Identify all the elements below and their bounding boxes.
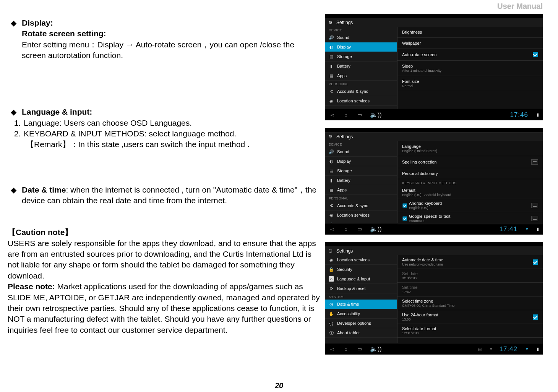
settings-sliders-icon bbox=[328, 20, 333, 25]
screenshot-language-input: Settings DEVICE 🔊Sound ◐Display ▤Storage… bbox=[325, 128, 543, 235]
autorotate-row[interactable]: Auto-rotate screen bbox=[397, 49, 543, 61]
screenshot-display-settings: Settings DEVICE 🔊Sound ◐Display ▤Storage… bbox=[325, 14, 543, 120]
sidebar-item-location[interactable]: ◉Location services bbox=[325, 211, 397, 220]
battery-icon: ▮ bbox=[329, 178, 334, 183]
recent-button[interactable]: ▭ bbox=[356, 112, 363, 118]
sidebar-item-accounts[interactable]: ⟲Accounts & sync bbox=[325, 201, 397, 211]
sidebar-item-sound[interactable]: 🔊Sound bbox=[325, 33, 397, 42]
lang-li2: KEYBOARD & INPUT METHODS: select languag… bbox=[23, 128, 321, 139]
volume-icon[interactable]: 🔈)) bbox=[370, 225, 382, 233]
back-button[interactable]: ◅ bbox=[329, 226, 336, 232]
svg-point-3 bbox=[329, 135, 330, 136]
svg-point-0 bbox=[329, 21, 330, 22]
sidebar-item-backup[interactable]: ⟳Backup & reset bbox=[325, 284, 397, 293]
section-header: DEVICE bbox=[325, 27, 397, 33]
section-header: PERSONAL bbox=[325, 195, 397, 201]
svg-point-4 bbox=[331, 136, 332, 137]
section-header: SYSTEM bbox=[325, 293, 397, 300]
back-button[interactable]: ◅ bbox=[329, 346, 336, 352]
home-button[interactable]: ⌂ bbox=[342, 226, 349, 232]
language-row[interactable]: LanguageEnglish (United States) bbox=[397, 141, 543, 156]
display-icon: ◐ bbox=[329, 159, 334, 164]
sidebar-item-display[interactable]: ◐Display bbox=[325, 157, 397, 166]
sidebar-item-battery[interactable]: ▮Battery bbox=[325, 176, 397, 185]
fontsize-row[interactable]: Font sizeNormal bbox=[397, 76, 543, 91]
lock-icon: 🔒 bbox=[329, 267, 334, 272]
section-header: PERSONAL bbox=[325, 81, 397, 87]
caution-p2: Please note: Market applications used fo… bbox=[8, 281, 321, 335]
sidebar-item-location[interactable]: ◉Location services bbox=[325, 96, 397, 106]
sidebar-item-language[interactable]: ALanguage & input bbox=[325, 274, 397, 284]
sidebar-item-security[interactable]: 🔒Security bbox=[325, 265, 397, 274]
apps-icon: ▦ bbox=[329, 187, 334, 193]
svg-point-5 bbox=[330, 138, 331, 138]
volume-icon[interactable]: 🔈)) bbox=[370, 111, 382, 118]
date-heading: Date & time bbox=[22, 185, 66, 194]
auto-datetime-row[interactable]: Automatic date & timeUse network-provide… bbox=[397, 255, 543, 269]
android-kb-row[interactable]: Android keyboardEnglish (US) bbox=[397, 199, 543, 212]
sidebar-item-accounts[interactable]: ⟲Accounts & sync bbox=[325, 87, 397, 96]
brightness-row[interactable]: Brightness bbox=[397, 27, 543, 38]
settings-title: Settings bbox=[336, 20, 353, 25]
home-button[interactable]: ⌂ bbox=[342, 112, 349, 118]
sidebar-item-apps[interactable]: ▦Apps bbox=[325, 71, 397, 81]
back-button[interactable]: ◅ bbox=[329, 112, 336, 118]
sidebar-item-storage[interactable]: ▤Storage bbox=[325, 166, 397, 176]
slider-button-icon[interactable] bbox=[531, 203, 538, 208]
slider-button-icon[interactable] bbox=[531, 159, 538, 165]
volume-icon[interactable]: 🔈)) bbox=[370, 345, 382, 353]
default-kb-row[interactable]: DefaultEnglish (US) - Android keyboard bbox=[397, 186, 543, 199]
wallpaper-row[interactable]: Wallpaper bbox=[397, 38, 543, 49]
svg-point-8 bbox=[330, 252, 331, 253]
recent-button[interactable]: ▭ bbox=[356, 226, 363, 232]
display-body-l1: Enter setting menu：Display → Auto-rotate… bbox=[22, 39, 321, 50]
sidebar-item-battery[interactable]: ▮Battery bbox=[325, 62, 397, 71]
dictionary-row[interactable]: Personal dictionary bbox=[397, 168, 543, 179]
home-button[interactable]: ⌂ bbox=[342, 346, 349, 352]
storage-icon: ▤ bbox=[329, 168, 334, 173]
settings-title: Settings bbox=[336, 134, 353, 139]
timezone-row[interactable]: Select time zoneGMT+08:00, China Standar… bbox=[397, 296, 543, 310]
sidebar-item-sound[interactable]: 🔊Sound bbox=[325, 147, 397, 157]
sidebar-item-about[interactable]: ⓘAbout tablet bbox=[325, 328, 397, 338]
sidebar-item-location[interactable]: ◉Location services bbox=[325, 255, 397, 265]
set-date-row: Set date3/13/2012 bbox=[397, 269, 543, 283]
checked-icon bbox=[533, 52, 538, 57]
sidebar-item-apps[interactable]: ▦Apps bbox=[325, 185, 397, 195]
sidebar-item-developer[interactable]: { }Developer options bbox=[325, 319, 397, 328]
sidebar-item-security[interactable]: 🔒Security bbox=[325, 220, 397, 223]
sleep-row[interactable]: SleepAfter 1 minute of inactivity bbox=[397, 61, 543, 76]
clock: 17:42 bbox=[499, 345, 517, 353]
sidebar-item-storage[interactable]: ▤Storage bbox=[325, 52, 397, 62]
sync-icon: ⟲ bbox=[329, 203, 334, 208]
location-icon: ◉ bbox=[329, 212, 334, 218]
svg-point-2 bbox=[330, 23, 331, 24]
header-rule bbox=[8, 11, 543, 11]
recent-button[interactable]: ▭ bbox=[356, 346, 363, 352]
info-icon: ⓘ bbox=[329, 330, 334, 335]
sidebar-item-accessibility[interactable]: ✋Accessibility bbox=[325, 309, 397, 319]
display-heading: Display: bbox=[22, 18, 53, 27]
display-body-l2: screen autorotation function. bbox=[22, 50, 321, 61]
svg-point-1 bbox=[331, 22, 332, 23]
sidebar-item-display[interactable]: ◐Display bbox=[325, 42, 397, 52]
dateformat-row[interactable]: Select date format12/31/2012 bbox=[397, 324, 543, 338]
svg-point-7 bbox=[331, 251, 332, 251]
slider-button-icon[interactable] bbox=[531, 216, 538, 221]
checked-icon bbox=[402, 216, 407, 220]
storage-icon: ▤ bbox=[329, 54, 334, 59]
google-speech-row[interactable]: Google speech-to-textAutomatic bbox=[397, 212, 543, 225]
checked-icon bbox=[533, 259, 538, 265]
sidebar-item-datetime[interactable]: ◷Date & time bbox=[325, 300, 397, 309]
please-note-label: Please note: bbox=[8, 282, 55, 291]
bullet-diamond-icon: ◆ bbox=[11, 107, 16, 117]
caution-title: 【Caution note】 bbox=[8, 227, 321, 238]
checked-icon bbox=[402, 203, 407, 207]
language-icon: A bbox=[329, 276, 334, 282]
battery-tray-icon: ▮ bbox=[537, 227, 539, 232]
format24-row[interactable]: Use 24-hour format13:00 bbox=[397, 310, 543, 324]
lock-icon: 🔒 bbox=[329, 222, 334, 223]
spelling-row[interactable]: Spelling correction bbox=[397, 156, 543, 168]
checked-icon bbox=[533, 314, 538, 320]
section-header: KEYBOARD & INPUT METHODS bbox=[397, 179, 543, 186]
